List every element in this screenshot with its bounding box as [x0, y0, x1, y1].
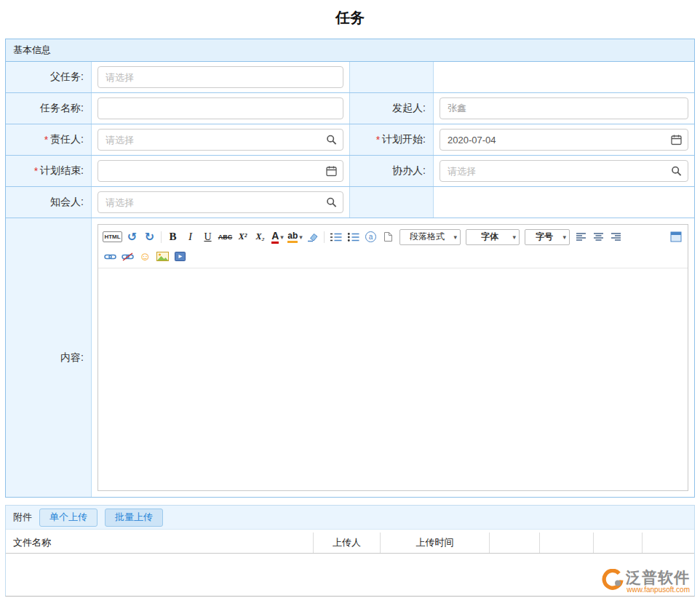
- calendar-icon[interactable]: [326, 166, 337, 177]
- strikethrough-icon[interactable]: ABC: [218, 229, 233, 244]
- form-row-responsible: * 责任人: * 计划开始:: [6, 124, 694, 156]
- ordered-list-icon[interactable]: [328, 229, 343, 244]
- font-size-value: 字号: [536, 231, 553, 243]
- task-name-label: 任务名称:: [40, 102, 84, 115]
- task-name-input[interactable]: [98, 97, 343, 119]
- column-empty-1: [490, 533, 540, 553]
- basic-info-header: 基本信息: [6, 39, 694, 62]
- content-editor-cell: HTML ↺ ↻ B I U ABC X² X₂ A ab: [92, 218, 694, 497]
- initiator-input: [440, 97, 688, 119]
- bold-icon[interactable]: B: [165, 229, 180, 244]
- task-form-page: 任务 基本信息 父任务: 任务名称:: [0, 0, 700, 606]
- page-title: 任务: [5, 0, 695, 39]
- subscript-icon[interactable]: X₂: [252, 229, 268, 244]
- notified-input[interactable]: [98, 191, 343, 213]
- attachments-title: 附件: [13, 511, 32, 524]
- insert-link-icon[interactable]: [103, 249, 118, 264]
- eraser-icon[interactable]: [305, 229, 320, 244]
- notified-label: 知会人:: [50, 196, 84, 209]
- remove-link-icon[interactable]: [120, 249, 135, 264]
- font-color-icon[interactable]: A: [270, 229, 285, 244]
- plan-start-required-mark: *: [376, 134, 380, 145]
- font-family-value: 字体: [481, 231, 498, 243]
- insert-media-icon[interactable]: [172, 249, 188, 264]
- vendor-logo: 泛普软件 www.fanpusoft.com: [602, 569, 690, 594]
- redo-icon[interactable]: ↻: [142, 229, 157, 244]
- form-row-notified: 知会人:: [6, 187, 694, 218]
- search-icon[interactable]: [326, 197, 337, 208]
- underline-icon[interactable]: U: [200, 229, 215, 244]
- align-right-icon[interactable]: [608, 229, 624, 244]
- paragraph-format-select[interactable]: 段落格式: [399, 229, 461, 245]
- parent-task-label: 父任务:: [50, 71, 84, 84]
- empty-input-cell-2: [434, 187, 694, 218]
- anchor-icon[interactable]: a: [363, 229, 378, 244]
- content-label-cell: 内容:: [6, 218, 92, 497]
- notified-label-cell: 知会人:: [6, 187, 92, 218]
- highlight-glyph: ab: [287, 231, 298, 243]
- column-uploader: 上传人: [314, 533, 381, 553]
- task-name-input-wrap: [98, 97, 343, 119]
- responsible-label: 责任人:: [50, 133, 84, 146]
- editor-toolbar: HTML ↺ ↻ B I U ABC X² X₂ A ab: [98, 225, 688, 268]
- emoticon-icon[interactable]: ☺: [138, 249, 153, 264]
- column-empty-4: [643, 533, 694, 553]
- column-uploader-label: 上传人: [333, 536, 361, 549]
- editor-toolbar-row-1: HTML ↺ ↻ B I U ABC X² X₂ A ab: [103, 227, 683, 247]
- notified-input-wrap: [98, 191, 343, 213]
- rich-text-editor: HTML ↺ ↻ B I U ABC X² X₂ A ab: [98, 224, 688, 491]
- batch-upload-button[interactable]: 批量上传: [105, 509, 163, 527]
- column-upload-time: 上传时间: [381, 533, 490, 553]
- search-icon[interactable]: [326, 135, 337, 145]
- parent-task-label-cell: 父任务:: [6, 62, 92, 92]
- fanpu-logo-icon: [602, 569, 624, 594]
- co-organizer-label-cell: 协办人:: [350, 156, 434, 186]
- initiator-input-wrap: [440, 97, 688, 119]
- align-center-icon[interactable]: [591, 229, 606, 244]
- vendor-logo-texts: 泛普软件 www.fanpusoft.com: [626, 569, 690, 593]
- editor-content-area[interactable]: [98, 268, 688, 490]
- calendar-icon[interactable]: [671, 135, 682, 145]
- co-organizer-input[interactable]: [440, 160, 688, 182]
- co-organizer-input-cell: [434, 156, 694, 186]
- parent-task-input[interactable]: [98, 66, 343, 88]
- source-code-icon[interactable]: HTML: [103, 231, 122, 242]
- search-icon[interactable]: [671, 166, 682, 177]
- single-upload-button[interactable]: 单个上传: [39, 509, 98, 527]
- toolbar-separator: [161, 231, 162, 243]
- plan-end-required-mark: *: [34, 165, 38, 177]
- basic-info-panel: 基本信息 父任务: 任务名称:: [5, 39, 695, 498]
- responsible-input[interactable]: [98, 129, 343, 151]
- empty-label-cell-1: [350, 62, 434, 92]
- plan-start-date-input[interactable]: [440, 129, 688, 151]
- new-page-icon[interactable]: [381, 229, 396, 244]
- plan-end-date-input[interactable]: [98, 160, 343, 182]
- plan-start-input-wrap: [440, 129, 688, 151]
- vendor-brand-name: 泛普软件: [626, 569, 690, 586]
- task-name-input-cell: [92, 93, 350, 124]
- column-file-name-label: 文件名称: [13, 536, 51, 549]
- undo-icon[interactable]: ↺: [124, 229, 140, 244]
- form-row-plan-end: * 计划结束: 协办人:: [6, 156, 694, 187]
- insert-image-icon[interactable]: [155, 249, 170, 264]
- italic-icon[interactable]: I: [183, 229, 198, 244]
- plan-start-input-cell: [434, 124, 694, 155]
- column-file-name: 文件名称: [6, 533, 314, 553]
- attachments-header: 附件 单个上传 批量上传: [6, 506, 694, 530]
- plan-end-input-wrap: [98, 160, 343, 182]
- bullet-list-icon[interactable]: [346, 229, 361, 244]
- notified-input-cell: [92, 187, 350, 218]
- initiator-label-cell: 发起人:: [350, 93, 434, 124]
- superscript-icon[interactable]: X²: [235, 229, 250, 244]
- parent-task-input-cell: [92, 62, 350, 92]
- plan-start-label: 计划开始:: [382, 133, 426, 146]
- responsible-label-cell: * 责任人:: [6, 124, 92, 155]
- fullscreen-icon[interactable]: [668, 229, 683, 244]
- content-label: 内容:: [60, 351, 84, 364]
- font-family-select[interactable]: 字体: [466, 229, 520, 245]
- highlight-color-icon[interactable]: ab: [287, 229, 303, 244]
- empty-input-cell-1: [434, 62, 694, 92]
- align-left-icon[interactable]: [573, 229, 589, 244]
- co-organizer-label: 协办人:: [392, 164, 426, 178]
- font-size-select[interactable]: 字号: [525, 229, 570, 245]
